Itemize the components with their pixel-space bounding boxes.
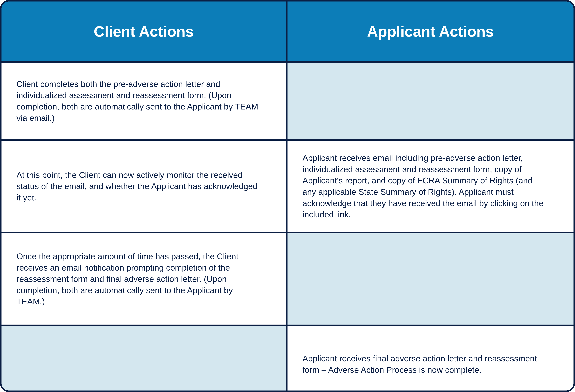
client-text-1: Client completes both the pre-adverse ac… <box>17 78 258 124</box>
header-client-label: Client Actions <box>94 22 194 42</box>
applicant-text-4: Applicant receives final adverse action … <box>303 353 546 375</box>
table-header-row: Client Actions Applicant Actions <box>1 1 574 61</box>
table-row: Once the appropriate amount of time has … <box>1 232 574 325</box>
client-text-2: At this point, the Client can now active… <box>17 169 258 203</box>
applicant-cell-1 <box>288 61 574 139</box>
client-text-3: Once the appropriate amount of time has … <box>17 251 258 307</box>
actions-table: Client Actions Applicant Actions Client … <box>0 0 575 392</box>
table-row: Applicant receives final adverse action … <box>1 325 574 392</box>
client-cell-1: Client completes both the pre-adverse ac… <box>1 61 288 139</box>
table-row: At this point, the Client can now active… <box>1 139 574 232</box>
header-client-actions: Client Actions <box>1 1 288 61</box>
client-cell-2: At this point, the Client can now active… <box>1 139 288 232</box>
applicant-cell-3 <box>288 232 574 325</box>
applicant-text-2: Applicant receives email including pre-a… <box>303 152 546 220</box>
applicant-cell-2: Applicant receives email including pre-a… <box>288 139 574 232</box>
client-cell-4 <box>1 325 288 392</box>
table-row: Client completes both the pre-adverse ac… <box>1 61 574 139</box>
client-cell-3: Once the appropriate amount of time has … <box>1 232 288 325</box>
header-applicant-label: Applicant Actions <box>367 22 494 42</box>
header-applicant-actions: Applicant Actions <box>288 1 574 61</box>
applicant-cell-4: Applicant receives final adverse action … <box>288 325 574 392</box>
